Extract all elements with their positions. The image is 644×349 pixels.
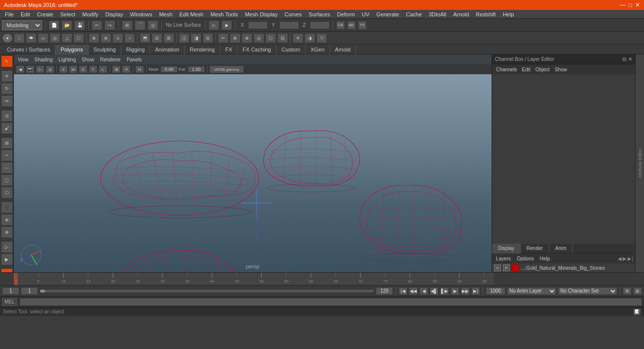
poly-sphere-btn[interactable]: ●: [2, 33, 13, 43]
right-panel-dock-btn[interactable]: ⊟: [622, 56, 626, 62]
layer-visibility-btn[interactable]: V: [494, 264, 501, 271]
vp-shaded-btn[interactable]: S: [79, 65, 88, 73]
vp-hud-btn[interactable]: H: [135, 65, 144, 73]
current-frame-input[interactable]: [2, 287, 19, 295]
move-tool-btn[interactable]: ✛: [1, 70, 13, 82]
vp-wireframe-btn[interactable]: W: [69, 65, 78, 73]
vp-render-btn[interactable]: ▷: [36, 65, 45, 73]
scale-tool-btn[interactable]: ⇔: [1, 95, 13, 107]
vp-menu-renderer[interactable]: Renderer: [98, 57, 123, 62]
menu-curves[interactable]: Curves: [282, 10, 305, 19]
snap-grid-btn[interactable]: ⊞: [122, 20, 133, 30]
layer-prev-btn[interactable]: ◀: [618, 256, 622, 261]
poly-cube-btn[interactable]: □: [14, 33, 25, 43]
ch-menu-show[interactable]: Show: [552, 67, 569, 72]
vp-xray-btn[interactable]: X: [59, 65, 68, 73]
mel-input[interactable]: [19, 298, 642, 306]
snap-point-btn[interactable]: ◎: [148, 20, 158, 30]
menu-edit-mesh[interactable]: Edit Mesh: [176, 10, 206, 19]
vp-origin-btn[interactable]: ✛: [122, 65, 131, 73]
vp-light-btn[interactable]: L: [99, 65, 107, 73]
poly-cone-btn[interactable]: △: [61, 33, 72, 43]
render-region-btn[interactable]: ▷: [1, 241, 13, 253]
tab-sculpting[interactable]: Sculpting: [89, 45, 121, 54]
tab-arnold[interactable]: Arnold: [330, 45, 356, 54]
menu-help[interactable]: Help: [500, 10, 517, 19]
poly-torus-btn[interactable]: ◎: [50, 33, 60, 43]
y-input[interactable]: [279, 21, 299, 29]
vp-isolate-btn[interactable]: ◎: [46, 65, 54, 73]
tab-rigging[interactable]: Rigging: [121, 45, 150, 54]
right-panel-controls[interactable]: ⊟ ✕: [622, 56, 632, 62]
layers-menu-help[interactable]: Help: [538, 256, 552, 261]
menu-edit[interactable]: Edit: [18, 10, 33, 19]
channel-box-toggle[interactable]: CB: [336, 21, 345, 30]
soft-select-btn[interactable]: ◎: [1, 110, 13, 122]
fill-hole-btn[interactable]: ◑: [304, 33, 315, 43]
vp-far-clip-input[interactable]: [188, 66, 205, 73]
prev-frame-btn[interactable]: ◀: [419, 287, 428, 295]
loop-cut-btn[interactable]: ◫: [179, 33, 190, 43]
uvshell-mode-btn[interactable]: ⬡: [1, 187, 13, 199]
go-to-end-btn[interactable]: ▶|: [471, 287, 480, 295]
maya-icon-btn[interactable]: M: [1, 268, 13, 272]
bool-diff-btn[interactable]: ∩: [124, 33, 135, 43]
menu-redshift[interactable]: Redshift: [473, 10, 498, 19]
tab-curves-surfaces[interactable]: Curves / Surfaces: [2, 45, 55, 54]
paint-select-btn[interactable]: 🖌: [1, 122, 13, 134]
menu-create[interactable]: Create: [34, 10, 56, 19]
layers-menu-layers[interactable]: Layers: [494, 256, 513, 261]
render-btn[interactable]: ▷: [208, 20, 219, 30]
snap-mode-btn[interactable]: ⊞: [1, 137, 13, 149]
open-scene-btn[interactable]: 📂: [61, 20, 72, 30]
bridge-btn[interactable]: ⊟: [151, 33, 162, 43]
combine-btn[interactable]: ⊕: [89, 33, 99, 43]
no-char-set-dropdown[interactable]: No Character Set: [558, 287, 617, 295]
poly-plane-btn[interactable]: ▭: [38, 33, 49, 43]
tab-animation[interactable]: Animation: [150, 45, 185, 54]
z-input[interactable]: [310, 21, 330, 29]
smooth-btn[interactable]: ◎: [253, 33, 264, 43]
tab-custom[interactable]: Custom: [277, 45, 306, 54]
subdivide-btn[interactable]: ⬡: [265, 33, 276, 43]
extrude-btn[interactable]: ⬒: [140, 33, 150, 43]
play-backward-btn[interactable]: ◀▌: [430, 287, 439, 295]
anim-cache-btn[interactable]: ⊞: [633, 287, 642, 295]
menu-select[interactable]: Select: [57, 10, 79, 19]
anim-end-input[interactable]: [486, 287, 505, 295]
menu-uv[interactable]: UV: [359, 10, 372, 19]
menu-cache[interactable]: Cache: [403, 10, 425, 19]
viewport[interactable]: View Shading Lighting Show Renderer Pane…: [14, 54, 492, 272]
maximize-btn[interactable]: □: [629, 1, 632, 8]
menu-generate[interactable]: Generate: [373, 10, 402, 19]
menu-mesh[interactable]: Mesh: [156, 10, 175, 19]
vp-menu-view[interactable]: View: [16, 57, 31, 62]
show-manipulator-btn[interactable]: ⊕: [1, 214, 13, 226]
anim-tab[interactable]: Anim: [549, 244, 573, 253]
range-slider-handle[interactable]: [40, 290, 45, 293]
vp-camera-btn[interactable]: 📷: [26, 65, 35, 73]
separate-btn[interactable]: ⊗: [100, 33, 111, 43]
layer-end-btn[interactable]: ▶|: [628, 256, 633, 261]
next-frame-btn[interactable]: ▶: [450, 287, 459, 295]
bool-union-btn[interactable]: ∪: [112, 33, 123, 43]
camera-tool-btn[interactable]: 🎥: [1, 201, 13, 213]
close-btn[interactable]: ✕: [635, 1, 640, 8]
bevel-btn[interactable]: ◨: [191, 33, 201, 43]
vp-near-clip-input[interactable]: [160, 66, 178, 73]
vp-menu-lighting[interactable]: Lighting: [56, 57, 78, 62]
display-tab[interactable]: Display: [492, 244, 521, 253]
rotate-tool-btn[interactable]: ↻: [1, 83, 13, 95]
layer-color-swatch[interactable]: [512, 264, 519, 271]
play-forward-btn[interactable]: ▌▶: [440, 287, 449, 295]
vp-texture-btn[interactable]: T: [89, 65, 98, 73]
connect-btn[interactable]: ⊟: [202, 33, 213, 43]
face-mode-btn[interactable]: ▢: [1, 174, 13, 186]
mel-python-toggle[interactable]: MEL: [2, 298, 17, 306]
menu-3dtoall[interactable]: 3DtoAll: [426, 10, 449, 19]
minimize-btn[interactable]: —: [620, 1, 626, 8]
vp-menu-panels[interactable]: Panels: [125, 57, 144, 62]
vp-menu-show[interactable]: Show: [80, 57, 96, 62]
range-slider[interactable]: [40, 289, 374, 293]
merge-btn[interactable]: ⊞: [163, 33, 174, 43]
